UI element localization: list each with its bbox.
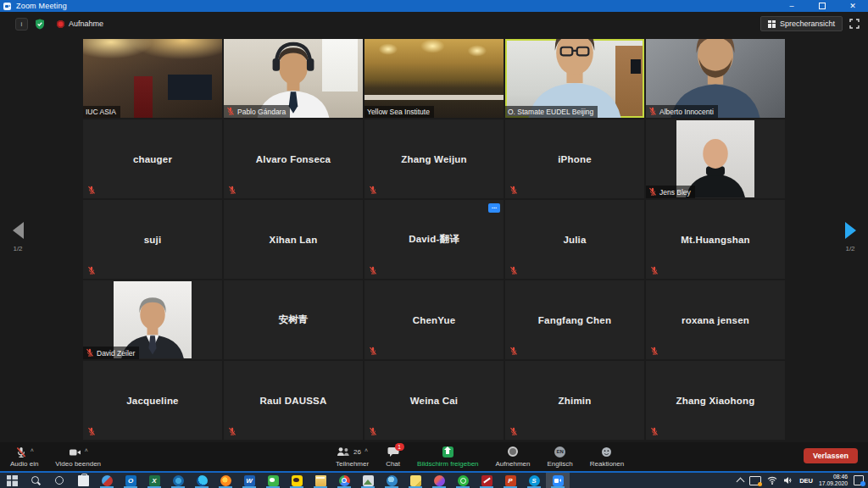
tray-overflow-chevron-icon[interactable] [737,477,745,485]
record-button[interactable]: Aufnehmen [496,446,531,468]
recording-indicator[interactable]: Aufnahme [57,19,103,28]
skype-icon: S [529,475,540,486]
participant-tile-participant[interactable]: 安树青 [224,280,363,359]
participant-tile-david[interactable]: David-翻译... [364,200,504,279]
keyboard-language-indicator[interactable]: DEU [799,477,813,485]
audio-button[interactable]: ˄ Audio ein [10,446,38,468]
taskbar-icon-paint3d[interactable] [427,473,451,488]
participant-tile-chauger[interactable]: chauger [83,119,222,198]
whatsapp-icon [458,475,469,486]
word-icon: W [244,475,255,486]
reactions-button[interactable]: Reaktionen [590,446,624,468]
participant-tile-chenyue[interactable]: ChenYue [364,280,504,359]
cortana-icon [55,476,64,485]
taskbar-icon-search[interactable] [24,473,47,488]
more-options-badge[interactable]: ... [488,203,500,213]
taskbar-icon-store[interactable] [71,473,95,488]
participant-tile-suji[interactable]: suji [83,200,222,279]
participant-name: Zhang Weijun [364,119,504,198]
participants-icon [337,446,350,458]
participant-tile-jacqueline[interactable]: Jacqueline [83,361,222,440]
participant-name: O. Stamate EUDEL Beijing [508,108,593,116]
participant-tile-yellow-sea-institute[interactable]: Yellow Sea Institute [364,39,504,118]
taskbar-icon-sticky-notes[interactable] [403,473,427,488]
fullscreen-button[interactable] [849,19,860,29]
maximize-button[interactable] [807,0,837,12]
participant-tile-xihan-lan[interactable]: Xihan Lan [224,200,363,279]
taskbar-icon-photos[interactable] [356,473,380,488]
tray-display-icon[interactable] [749,476,761,485]
previous-page-button[interactable]: 1/2 [5,222,31,252]
participant-tile-roxana-jensen[interactable]: roxana jensen [646,280,785,359]
taskbar-icon-kakaotalk[interactable] [285,473,309,488]
participant-tile-david-zeiler[interactable]: David Zeiler [83,280,222,359]
muted-mic-icon [87,427,96,436]
participant-tile-alvaro-fonseca[interactable]: Alvaro Fonseca [224,119,363,198]
participants-options-chevron[interactable]: ˄ [364,446,368,455]
share-screen-button[interactable]: Bildschirm freigeben [417,446,478,468]
leave-meeting-button[interactable]: Verlassen [804,448,858,463]
participant-tile-mt-huangshan[interactable]: Mt.Huangshan [646,200,785,279]
muted-mic-icon [369,427,377,436]
globe-app-icon [387,475,398,486]
taskbar-icon-chrome[interactable] [332,473,356,488]
video-button[interactable]: ˄ Video beenden [55,446,101,468]
language-icon: EN [554,446,565,458]
clock-time: 08:46 [819,474,848,480]
next-page-button[interactable]: 1/2 [837,222,863,252]
video-options-chevron[interactable]: ˄ [85,446,88,455]
meeting-info-icon[interactable]: i [15,18,28,30]
participant-tile-o-stamate-eudel-beijing[interactable]: O. Stamate EUDEL Beijing [505,39,644,118]
taskbar-icon-firefox[interactable] [214,473,237,488]
audio-options-chevron[interactable]: ˄ [31,446,34,455]
taskbar-icon-cortana[interactable] [47,473,71,488]
recording-dot-icon [57,20,64,28]
participant-tile-jens-bley[interactable]: Jens Bley [646,119,785,198]
participant-tile-pablo-g-ndara[interactable]: Pablo Gándara [224,39,363,118]
participant-tile-fangfang-chen[interactable]: Fangfang Chen [505,280,644,359]
speaker-view-button[interactable]: Sprecheransicht [760,16,843,31]
participant-tile-weina-cai[interactable]: Weina Cai [364,361,504,440]
participant-tile-julia[interactable]: Julia [505,200,644,279]
muted-mic-icon [87,266,96,275]
grid-view-icon [768,20,776,28]
taskbar-icon-outlook[interactable]: O [119,473,142,488]
taskbar-icon-wechat[interactable] [261,473,285,488]
participant-name: Xihan Lan [224,200,363,279]
taskbar-icon-start[interactable] [0,473,24,488]
action-center-icon[interactable] [854,475,864,485]
chat-button[interactable]: 1 Chat [386,446,400,468]
taskbar-icon-thunderbird[interactable] [95,473,119,488]
taskbar-icon-explorer[interactable] [309,473,332,488]
taskbar-icon-pdf-reader[interactable] [475,473,498,488]
volume-icon[interactable] [783,476,793,485]
taskbar-icon-zoom[interactable] [546,473,570,488]
previous-page-arrow-icon [13,222,24,239]
start-icon [7,475,18,486]
participants-button[interactable]: 26 ˄ Teilnehmer [336,446,369,468]
taskbar-icon-whatsapp[interactable] [451,473,475,488]
participant-name: Julia [505,200,644,279]
clock[interactable]: 08:46 17.09.2020 [819,474,848,487]
participant-tile-alberto-innocenti[interactable]: Alberto Innocenti [646,39,785,118]
participant-tile-zhimin[interactable]: Zhimin [505,361,644,440]
interpretation-button[interactable]: EN Englisch [547,446,572,468]
reactions-button-label: Reaktionen [590,460,624,468]
wifi-icon[interactable] [767,476,777,485]
close-button[interactable]: ✕ [837,0,868,12]
participant-tile-raul-daussa[interactable]: Raul DAUSSA [224,361,363,440]
taskbar-icon-skype[interactable]: S [522,473,546,488]
taskbar-icon-edge[interactable] [190,473,214,488]
taskbar-icon-excel[interactable]: X [142,473,166,488]
taskbar-icon-globe-app[interactable] [380,473,403,488]
taskbar-icon-blue-circle-app[interactable] [166,473,190,488]
taskbar-icon-word[interactable]: W [237,473,261,488]
participant-name: Weina Cai [364,361,504,440]
taskbar-icon-powerpoint[interactable]: P [498,473,522,488]
participant-name: Alberto Innocenti [659,108,714,116]
participant-tile-iuc-asia[interactable]: IUC ASIA [83,39,222,118]
participant-tile-iphone[interactable]: iPhone [505,119,644,198]
minimize-button[interactable]: – [776,0,807,12]
participant-tile-zhang-weijun[interactable]: Zhang Weijun [364,119,504,198]
participant-tile-zhang-xiaohong[interactable]: Zhang Xiaohong [646,361,785,440]
